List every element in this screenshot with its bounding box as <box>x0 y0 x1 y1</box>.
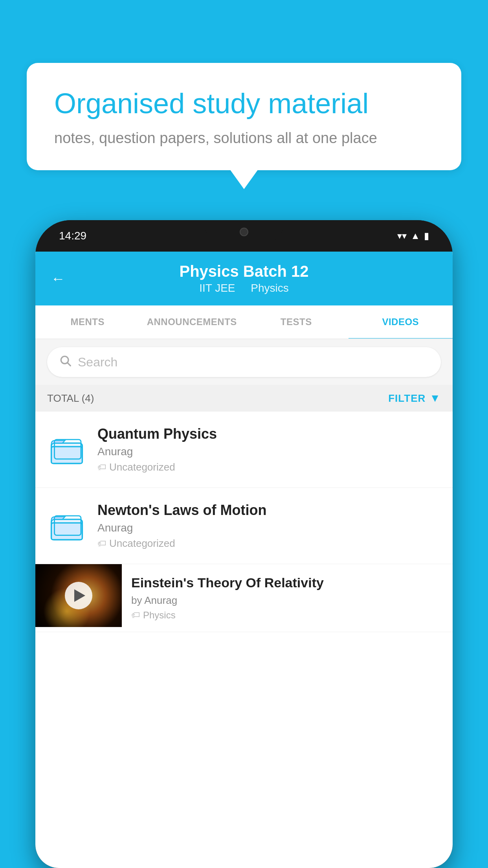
list-item[interactable]: Quantum Physics Anurag 🏷 Uncategorized <box>35 412 453 488</box>
video-author: Anurag <box>97 522 441 534</box>
signal-icon: ▲ <box>411 230 420 241</box>
tab-tests[interactable]: TESTS <box>244 305 349 338</box>
tab-announcements[interactable]: ANNOUNCEMENTS <box>140 305 244 338</box>
play-button[interactable] <box>65 582 92 609</box>
video-info: Einstein's Theory Of Relativity by Anura… <box>122 564 453 632</box>
tag-icon: 🏷 <box>97 539 106 549</box>
header-tag1: IIT JEE <box>199 282 235 294</box>
wifi-icon: ▾▾ <box>397 230 407 241</box>
header-title: Physics Batch 12 <box>51 263 437 280</box>
svg-rect-3 <box>51 447 83 463</box>
video-list: Quantum Physics Anurag 🏷 Uncategorized <box>35 412 453 632</box>
tag-icon: 🏷 <box>97 462 106 473</box>
phone-frame: 14:29 ▾▾ ▲ ▮ ← Physics Batch 12 IIT JEE … <box>35 220 453 868</box>
total-count: TOTAL (4) <box>47 392 94 405</box>
video-folder-icon <box>47 430 86 469</box>
video-author: Anurag <box>97 445 441 458</box>
battery-icon: ▮ <box>424 230 429 241</box>
app-header: ← Physics Batch 12 IIT JEE Physics <box>35 252 453 305</box>
tag-icon: 🏷 <box>131 610 140 620</box>
search-placeholder: Search <box>78 355 117 370</box>
filter-bar: TOTAL (4) FILTER ▼ <box>35 385 453 412</box>
play-icon <box>74 589 85 602</box>
video-title: Einstein's Theory Of Relativity <box>131 575 443 590</box>
filter-button[interactable]: FILTER ▼ <box>388 392 441 405</box>
header-center: Physics Batch 12 IIT JEE Physics <box>51 263 437 294</box>
svg-line-1 <box>68 363 70 366</box>
speech-bubble: Organised study material notes, question… <box>27 63 461 170</box>
camera-dot <box>240 228 248 236</box>
video-folder-icon <box>47 506 86 546</box>
video-tag: 🏷 Physics <box>131 610 443 621</box>
tab-bar: MENTS ANNOUNCEMENTS TESTS VIDEOS <box>35 305 453 339</box>
video-tag: 🏷 Uncategorized <box>97 537 441 550</box>
search-icon <box>59 354 72 370</box>
app-content: ← Physics Batch 12 IIT JEE Physics MENTS… <box>35 252 453 868</box>
video-author: by Anurag <box>131 594 443 607</box>
filter-icon: ▼ <box>429 392 441 405</box>
video-info: Quantum Physics Anurag 🏷 Uncategorized <box>97 426 441 473</box>
filter-label: FILTER <box>388 392 426 405</box>
svg-rect-6 <box>51 523 83 540</box>
video-title: Quantum Physics <box>97 426 441 442</box>
status-icons: ▾▾ ▲ ▮ <box>397 230 429 241</box>
video-tag: 🏷 Uncategorized <box>97 461 441 473</box>
list-item[interactable]: Newton's Laws of Motion Anurag 🏷 Uncateg… <box>35 488 453 564</box>
bubble-title: Organised study material <box>54 86 434 120</box>
header-tag2: Physics <box>251 282 288 294</box>
tab-ments[interactable]: MENTS <box>35 305 140 338</box>
video-info: Newton's Laws of Motion Anurag 🏷 Uncateg… <box>97 502 441 550</box>
tab-videos[interactable]: VIDEOS <box>349 305 453 338</box>
video-title: Newton's Laws of Motion <box>97 502 441 519</box>
back-button[interactable]: ← <box>51 270 65 287</box>
phone-notch <box>205 220 283 244</box>
search-input-wrapper[interactable]: Search <box>47 347 441 377</box>
bubble-subtitle: notes, question papers, solutions all at… <box>54 130 434 147</box>
header-subtitle: IIT JEE Physics <box>51 282 437 294</box>
video-thumbnail <box>35 564 122 627</box>
search-bar-container: Search <box>35 339 453 385</box>
phone-time: 14:29 <box>59 230 86 242</box>
list-item[interactable]: Einstein's Theory Of Relativity by Anura… <box>35 564 453 632</box>
status-bar: 14:29 ▾▾ ▲ ▮ <box>35 220 453 252</box>
